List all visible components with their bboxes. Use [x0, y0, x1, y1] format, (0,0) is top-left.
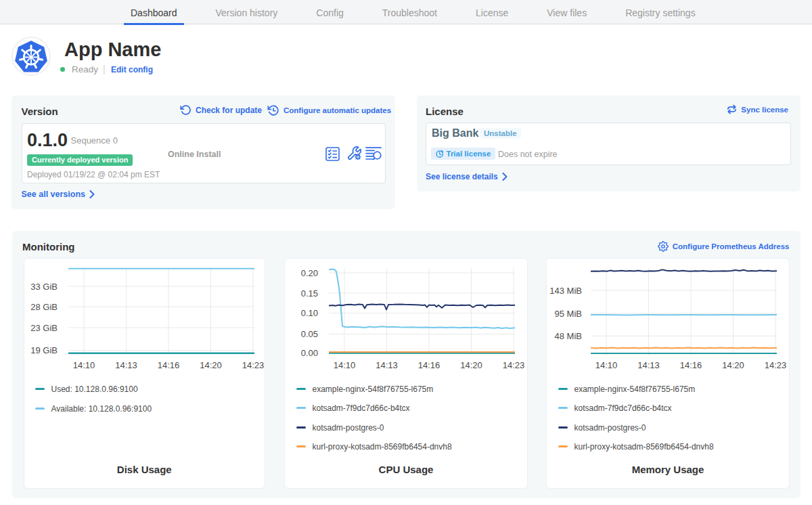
svg-text:14:23: 14:23 — [242, 360, 264, 370]
svg-text:33 GiB: 33 GiB — [30, 282, 58, 292]
svg-text:0.20: 0.20 — [301, 268, 318, 278]
svg-text:19 GiB: 19 GiB — [30, 345, 58, 355]
svg-text:14:23: 14:23 — [765, 360, 787, 370]
svg-text:14:16: 14:16 — [680, 360, 702, 370]
svg-text:48 MiB: 48 MiB — [555, 331, 582, 341]
svg-text:14:13: 14:13 — [376, 360, 398, 370]
svg-text:0.10: 0.10 — [301, 308, 318, 318]
svg-text:14:20: 14:20 — [722, 360, 744, 370]
svg-text:23 GiB: 23 GiB — [30, 323, 58, 333]
svg-text:14:20: 14:20 — [200, 360, 222, 370]
svg-text:14:23: 14:23 — [503, 360, 525, 370]
svg-text:14:13: 14:13 — [637, 360, 660, 370]
svg-text:28 GiB: 28 GiB — [30, 302, 58, 312]
svg-text:0.00: 0.00 — [301, 348, 318, 358]
svg-text:14:16: 14:16 — [157, 360, 179, 370]
svg-text:14:20: 14:20 — [460, 360, 482, 370]
svg-text:14:16: 14:16 — [418, 360, 441, 370]
svg-text:14:13: 14:13 — [115, 360, 137, 370]
svg-text:14:10: 14:10 — [334, 360, 356, 370]
svg-text:14:10: 14:10 — [72, 360, 95, 370]
svg-text:95 MiB: 95 MiB — [555, 309, 582, 319]
svg-text:0.15: 0.15 — [301, 288, 318, 299]
svg-text:14:10: 14:10 — [595, 360, 618, 370]
svg-text:143 MiB: 143 MiB — [549, 286, 582, 296]
svg-text:0.05: 0.05 — [301, 329, 318, 339]
